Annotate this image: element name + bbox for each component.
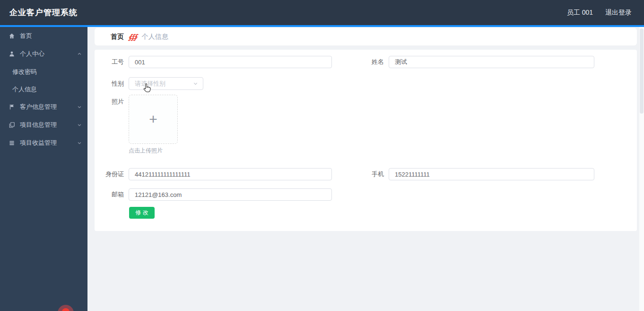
modify-button[interactable]: 修 改 [129, 207, 155, 219]
email-label: 邮箱 [95, 190, 124, 199]
email-field-group: 邮箱 [95, 188, 332, 201]
gender-select[interactable]: 请选择性别 [129, 77, 203, 90]
home-icon [9, 33, 15, 39]
current-user-label: 员工 001 [567, 9, 593, 17]
breadcrumb: 首页 ∰ 个人信息 [95, 28, 637, 45]
header-accent-line [0, 25, 644, 27]
app-title: 企业客户管理系统 [9, 7, 78, 18]
plus-icon: + [149, 112, 157, 126]
name-input[interactable] [389, 56, 594, 68]
phone-field-group: 手机 [355, 168, 594, 180]
gender-select-placeholder: 请选择性别 [135, 80, 165, 88]
personal-info-form: 工号 姓名 性别 请选择性别 照片 + 点击上传照片 [95, 50, 637, 231]
sidebar-subitem-label: 个人信息 [12, 85, 37, 94]
phone-label: 手机 [355, 170, 384, 178]
breadcrumb-current-page: 个人信息 [142, 33, 168, 41]
chevron-up-icon [77, 52, 82, 56]
sidebar-item-project-info[interactable]: 项目信息管理 [0, 116, 87, 134]
user-icon [9, 51, 15, 57]
photo-upload-dropzone[interactable]: + [129, 95, 178, 144]
chevron-down-icon [77, 141, 82, 145]
id-card-input[interactable] [129, 168, 332, 180]
app-header: 企业客户管理系统 员工 001 退出登录 [0, 0, 644, 25]
sidebar-item-label: 项目收益管理 [20, 139, 77, 147]
gender-label: 性别 [95, 80, 124, 88]
photo-label: 照片 [95, 98, 124, 106]
photo-field-group: 照片 + [95, 95, 178, 144]
employee-id-field-group: 工号 [95, 56, 332, 68]
sidebar-item-customer-info[interactable]: 客户信息管理 [0, 98, 87, 116]
money-icon [9, 140, 15, 146]
sidebar-nav: 首页 个人中心 修改密码 个人信息 客户信息管理 项目信息管理 [0, 27, 87, 311]
gender-field-group: 性别 请选择性别 [95, 77, 203, 90]
sidebar-item-personal-info[interactable]: 个人信息 [0, 80, 87, 98]
employee-id-label: 工号 [95, 58, 124, 66]
breadcrumb-home-link[interactable]: 首页 [111, 33, 124, 41]
name-label: 姓名 [355, 58, 384, 66]
breadcrumb-separator-icon: ∰ [128, 33, 138, 41]
sidebar-subitem-label: 修改密码 [12, 68, 37, 76]
photo-upload-hint: 点击上传照片 [129, 147, 163, 155]
email-input[interactable] [129, 188, 332, 201]
id-card-field-group: 身份证 [95, 168, 332, 180]
employee-id-input[interactable] [129, 56, 332, 68]
sidebar-item-label: 项目信息管理 [20, 121, 77, 129]
sidebar-item-label: 个人中心 [20, 50, 77, 58]
page-scrollbar-thumb[interactable] [640, 28, 644, 114]
sidebar-item-home[interactable]: 首页 [0, 27, 87, 45]
flag-icon [9, 104, 15, 110]
sidebar-item-change-password[interactable]: 修改密码 [0, 63, 87, 80]
documents-icon [9, 122, 15, 128]
sidebar-item-personal-center[interactable]: 个人中心 [0, 45, 87, 63]
name-field-group: 姓名 [355, 56, 594, 68]
chevron-down-icon [77, 105, 82, 109]
logout-link[interactable]: 退出登录 [605, 9, 632, 17]
id-card-label: 身份证 [95, 170, 124, 178]
sidebar-item-label: 客户信息管理 [20, 103, 77, 111]
chevron-down-icon [77, 123, 82, 127]
sidebar-item-project-revenue[interactable]: 项目收益管理 [0, 134, 87, 152]
chevron-down-icon [193, 80, 198, 88]
phone-input[interactable] [389, 168, 594, 180]
sidebar-item-label: 首页 [20, 32, 82, 40]
